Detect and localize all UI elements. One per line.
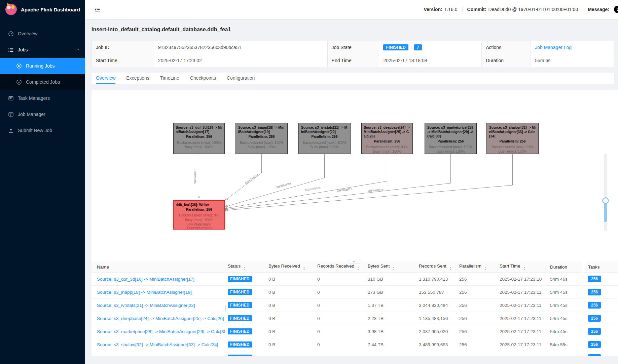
tasks-count-badge[interactable]: 256 [588, 289, 601, 295]
cell-tasks: 256 [582, 273, 618, 286]
sidebar-item-jobs[interactable]: Jobs [0, 42, 85, 58]
node-stats: Backpressured (max): 100% Busy (max): 10… [238, 140, 285, 149]
graph-node-source-s3_duf_3d[interactable]: Source: s3_duf_3d[16] -> MiniBatchAssign… [173, 123, 225, 154]
tasks-count-badge[interactable]: 256 [588, 315, 601, 322]
tasks-count-badge[interactable]: 256 [588, 341, 601, 348]
cell-start-time: 2025-02-17 17:23:11 [497, 351, 547, 356]
column-resize-handle[interactable] [223, 304, 227, 312]
cell-bytes-sent: 0 B [365, 351, 416, 356]
column-header-start-time[interactable]: Start Time [497, 261, 547, 273]
vertex-name-link[interactable]: Source: s3_shalow[32] -> MiniBatchAssign… [97, 342, 218, 347]
tasks-count-badge[interactable]: 256 [588, 276, 601, 282]
vertex-name-link[interactable]: Source: s3_ivrstats[21] -> MiniBatchAssi… [97, 303, 195, 308]
graph-node-source-s3_deepbase[interactable]: Source: s3_deepbase[24] -> MiniBatchAssi… [361, 123, 413, 154]
sorter-icon [484, 267, 486, 270]
vertex-name-link[interactable]: Source: s3_deepbase[24] -> MiniBatchAssi… [97, 316, 224, 321]
graph-node-source-s3_shalow[interactable]: Source: s3_shalow[32] -> MiniBatchAssign… [486, 123, 539, 154]
column-header-parallelism[interactable]: Parallelism [457, 261, 497, 273]
graph-zoom-slider-stem [604, 203, 607, 222]
job-state-label: Job State [327, 41, 379, 54]
node-parallelism: Parallelism: 256 [238, 134, 285, 139]
sorter-icon [303, 267, 305, 270]
tasks-count-badge[interactable]: 256 [588, 302, 601, 309]
duration-value: 55m 6s [531, 54, 614, 67]
edge-label: FORWARD [193, 169, 197, 185]
column-header-status[interactable]: Status [225, 261, 266, 273]
divider [462, 7, 463, 12]
edge-label: FORWARD [367, 188, 384, 193]
tasks-count-badge[interactable]: 256 [588, 354, 601, 356]
graph-node-source-s3_ivrstats[interactable]: Source: s3_ivrstats[21] -> MiniBatchAssi… [298, 123, 351, 154]
cell-records-sent: 153,550,787 [416, 286, 457, 299]
actions-cell: Job Manager Log [531, 41, 614, 54]
cell-duration: 54m 45s [547, 325, 582, 338]
cell-status: FINISHED [225, 286, 266, 299]
node-busy: Busy (max): 100% [176, 218, 222, 222]
cell-status: FINISHED [225, 312, 266, 325]
sidebar-item-running-jobs[interactable]: Running Jobs [0, 58, 85, 74]
tab-timeline[interactable]: TimeLine [160, 73, 179, 84]
vertex-name-link[interactable]: Source: s3_duf_3d[16] -> MiniBatchAssign… [97, 277, 194, 282]
table-row: ddb_fea1[36]: WriterFINISHED15.6 TB11,17… [92, 351, 618, 356]
job-graph[interactable]: FORWARD FORWARD FORWARD FORWARD FORWARD … [92, 90, 618, 261]
message-count-badge[interactable]: 0 [614, 6, 618, 13]
graph-zoom-slider-handle[interactable] [602, 197, 609, 204]
sidebar-menu: Overview Jobs Running Jobs Comple [0, 26, 85, 138]
sidebar-item-label: Jobs [18, 47, 28, 52]
sidebar-item-task-managers[interactable]: Task Managers [0, 90, 85, 106]
edge-label: FORWARD [244, 173, 259, 185]
column-header-records-sent[interactable]: Records Sent [416, 261, 457, 273]
commit-value: DeadD0d0 @ 1970-01-01T01:00:00+01:00 [488, 7, 578, 12]
table-row: Source: s3_inapp[18] -> MiniBatchAssigne… [92, 286, 618, 299]
node-stats: Backpressured (max): 100% Busy (max): 10… [176, 140, 222, 149]
sidebar-item-label: Overview [18, 31, 37, 36]
node-busy: Busy (max): 100% [238, 145, 285, 149]
sorter-icon [357, 267, 359, 270]
node-stats: Backpressured (max): 87% Busy (max): 100… [489, 145, 536, 154]
graph-edges: FORWARD FORWARD FORWARD FORWARD FORWARD … [92, 90, 618, 261]
cell-records-sent: 1,135,483,156 [416, 312, 457, 325]
column-header-bytes-sent[interactable]: Bytes Sent [365, 261, 416, 273]
sidebar-item-completed-jobs[interactable]: Completed Jobs [0, 74, 85, 90]
sidebar-item-overview[interactable]: Overview [0, 26, 85, 42]
cell-status: FINISHED [225, 299, 266, 312]
cell-bytes-sent: 7.44 TB [365, 338, 416, 351]
sidebar-item-job-manager[interactable]: Job Manager [0, 106, 85, 122]
table-row: Source: s3_shalow[32] -> MiniBatchAssign… [92, 338, 618, 351]
graph-node-source-s3_marketprice[interactable]: Source: s3_marketprice[28] -> MiniBatchA… [425, 123, 477, 154]
tab-overview[interactable]: Overview [96, 73, 115, 84]
column-header-name: Name [92, 261, 225, 273]
job-manager-log-link[interactable]: Job Manager Log [535, 45, 572, 50]
tab-checkpoints[interactable]: Checkpoints [190, 73, 216, 84]
cell-records-received: 0 [315, 273, 365, 286]
cell-records-sent: 3,044,830,494 [416, 299, 457, 312]
cell-duration: 54m 46s [547, 273, 582, 286]
cell-name: Source: s3_inapp[18] -> MiniBatchAssigne… [92, 286, 225, 299]
vertex-name-link[interactable]: Source: s3_inapp[18] -> MiniBatchAssigne… [97, 290, 192, 295]
panel-resize-handle[interactable]: ... [349, 259, 361, 264]
column-label: Tasks [588, 265, 600, 270]
graph-node-source-s3_inapp[interactable]: Source: s3_inapp[18] -> MiniBatchAssigne… [235, 123, 288, 154]
vertex-name-link[interactable]: Source: s3_marketprice[28] -> MiniBatchA… [97, 329, 225, 334]
sorter-icon [393, 267, 395, 270]
app-logo-row[interactable]: Apache Flink Dashboard [0, 0, 85, 19]
sidebar-item-submit-new-job[interactable]: Submit New Job [0, 122, 85, 138]
graph-node-writer[interactable]: ddb_fea1[36]: Writer Parallelism: 256 Ba… [173, 200, 225, 230]
node-stats: Backpressured (max): 0% Busy (max): 100%… [176, 213, 222, 230]
tab-exceptions[interactable]: Exceptions [126, 73, 149, 84]
message-info: Message: [588, 7, 609, 12]
divider [411, 45, 411, 50]
tab-configuration[interactable]: Configuration [227, 73, 255, 84]
tasks-count-badge[interactable]: 256 [588, 328, 601, 335]
column-label: Records Received [317, 264, 354, 269]
top-bar: Version: 1.16.0 Commit: DeadD0d0 @ 1970-… [85, 0, 618, 19]
column-header-bytes-received[interactable]: Bytes Received [266, 261, 315, 273]
cell-records-sent: 2,037,905,020 [416, 325, 457, 338]
menu-fold-icon[interactable] [93, 5, 101, 13]
node-title: Source: s3_shalow[32] -> MiniBatchAssign… [489, 125, 536, 139]
cell-duration: 54m 45s [547, 299, 582, 312]
cell-tasks: 256 [582, 299, 618, 312]
vertex-name-link[interactable]: ddb_fea1[36]: Writer [97, 355, 138, 357]
column-label: Parallelism [459, 264, 481, 269]
node-backpressured: Backpressured (max): 100% [301, 140, 348, 145]
